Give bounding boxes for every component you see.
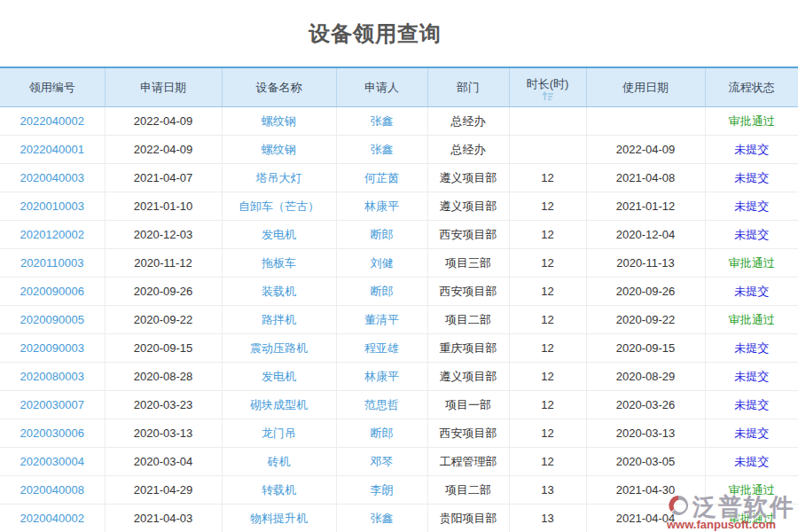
cell-use-date: 2020-09-26: [586, 278, 705, 306]
cell-status[interactable]: 审批通过: [705, 107, 798, 136]
cell-department: 总经办: [427, 107, 509, 136]
cell-apply-date: 2021-01-10: [105, 192, 222, 221]
cell-department: 项目一部: [427, 391, 509, 419]
cell-applicant[interactable]: 张鑫: [336, 107, 427, 136]
cell-requisition-code[interactable]: 2022040001: [0, 136, 105, 164]
column-header-label: 申请日期: [140, 80, 186, 96]
cell-requisition-code[interactable]: 2020010003: [0, 192, 105, 221]
page-title: 设备领用查询: [309, 20, 442, 48]
column-header-label: 设备名称: [256, 80, 302, 96]
cell-use-date: 2020-11-13: [586, 249, 705, 278]
cell-equipment-name[interactable]: 装载机: [222, 278, 336, 306]
cell-requisition-code[interactable]: 2020040008: [0, 476, 105, 505]
cell-applicant[interactable]: 林康平: [336, 363, 427, 391]
title-bar: 设备领用查询: [0, 0, 798, 66]
cell-status[interactable]: 未提交: [705, 363, 798, 391]
cell-equipment-name[interactable]: 自卸车（芒古）: [222, 192, 336, 221]
cell-equipment-name[interactable]: 路拌机: [222, 306, 336, 334]
cell-duration-hours: 12: [509, 363, 586, 391]
cell-duration-hours: 13: [509, 505, 586, 532]
cell-requisition-code[interactable]: 2020040002: [0, 505, 105, 532]
cell-equipment-name[interactable]: 螺纹钢: [222, 136, 336, 164]
cell-status[interactable]: 未提交: [705, 221, 798, 249]
column-header-duration-hours[interactable]: 时长(时): [509, 67, 586, 107]
column-header-label: 使用日期: [622, 80, 669, 96]
cell-use-date: 2020-09-22: [586, 306, 705, 334]
cell-applicant[interactable]: 程亚雄: [336, 334, 427, 363]
cell-use-date: 2021-04-08: [586, 164, 705, 192]
cell-apply-date: 2020-11-12: [105, 249, 222, 278]
cell-requisition-code[interactable]: 2020030007: [0, 391, 105, 419]
cell-equipment-name[interactable]: 砖机: [222, 448, 336, 476]
cell-apply-date: 2020-03-04: [105, 448, 222, 476]
cell-status[interactable]: 审批通过: [705, 306, 798, 334]
cell-requisition-code[interactable]: 2020120002: [0, 221, 105, 249]
cell-applicant[interactable]: 张鑫: [336, 136, 427, 164]
cell-applicant[interactable]: 林康平: [336, 192, 427, 221]
cell-applicant[interactable]: 范思哲: [336, 391, 427, 419]
cell-applicant[interactable]: 断郎: [336, 278, 427, 306]
cell-equipment-name[interactable]: 螺纹钢: [222, 107, 336, 136]
cell-applicant[interactable]: 张鑫: [336, 505, 427, 532]
cell-status[interactable]: 未提交: [705, 136, 798, 164]
cell-status[interactable]: 未提交: [705, 278, 798, 306]
cell-applicant[interactable]: 董清平: [336, 306, 427, 334]
cell-equipment-name[interactable]: 塔吊大灯: [222, 164, 336, 192]
cell-status[interactable]: 未提交: [705, 448, 798, 476]
cell-use-date: 2021-04-30: [586, 476, 705, 505]
cell-apply-date: 2021-04-03: [105, 505, 222, 532]
table-row: 20200300042020-03-04砖机邓琴工程管理部122020-03-0…: [0, 448, 798, 476]
column-header-requisition-code: 领用编号: [0, 67, 105, 107]
cell-applicant[interactable]: 邓琴: [336, 448, 427, 476]
cell-applicant[interactable]: 断郎: [336, 419, 427, 448]
cell-requisition-code[interactable]: 2020030004: [0, 448, 105, 476]
cell-equipment-name[interactable]: 物料提升机: [222, 505, 336, 532]
table-row: 20200100032021-01-10自卸车（芒古）林康平遵义项目部12202…: [0, 192, 798, 221]
cell-status[interactable]: 审批通过: [705, 249, 798, 278]
cell-equipment-name[interactable]: 发电机: [222, 363, 336, 391]
column-header-label: 时长(时): [510, 77, 586, 90]
cell-status[interactable]: 未提交: [705, 419, 798, 448]
cell-department: 总经办: [427, 136, 509, 164]
cell-status[interactable]: 未提交: [705, 164, 798, 192]
cell-requisition-code[interactable]: 2020090003: [0, 334, 105, 363]
column-header-label: 领用编号: [29, 80, 75, 96]
cell-equipment-name[interactable]: 砌块成型机: [222, 391, 336, 419]
cell-equipment-name[interactable]: 转载机: [222, 476, 336, 505]
column-header-label: 流程状态: [729, 80, 775, 96]
column-header-label: 申请人: [364, 80, 399, 96]
equipment-requisition-table: 领用编号申请日期设备名称申请人部门时长(时)使用日期流程状态 202204000…: [0, 66, 798, 532]
cell-duration-hours: [509, 107, 586, 136]
cell-applicant[interactable]: 何芷茵: [336, 164, 427, 192]
cell-equipment-name[interactable]: 拖板车: [222, 249, 336, 278]
cell-department: 贵阳项目部: [427, 505, 509, 532]
table-row: 20200900052020-09-22路拌机董清平项目二部122020-09-…: [0, 306, 798, 334]
column-header-department: 部门: [427, 67, 509, 107]
cell-status[interactable]: 未提交: [705, 391, 798, 419]
cell-requisition-code[interactable]: 2020080003: [0, 363, 105, 391]
cell-requisition-code[interactable]: 2020090006: [0, 278, 105, 306]
cell-duration-hours: 12: [509, 192, 586, 221]
cell-requisition-code[interactable]: 2020040003: [0, 164, 105, 192]
cell-use-date: 2020-03-05: [586, 448, 705, 476]
cell-requisition-code[interactable]: 2022040002: [0, 107, 105, 136]
cell-status[interactable]: 审批通过: [705, 476, 798, 505]
cell-equipment-name[interactable]: 发电机: [222, 221, 336, 249]
cell-requisition-code[interactable]: 2020110003: [0, 249, 105, 278]
cell-equipment-name[interactable]: 龙门吊: [222, 419, 336, 448]
cell-applicant[interactable]: 刘健: [336, 249, 427, 278]
cell-apply-date: 2020-08-28: [105, 363, 222, 391]
cell-status[interactable]: 未提交: [705, 334, 798, 363]
sort-icon[interactable]: [510, 90, 586, 103]
cell-status[interactable]: 审批通过: [705, 505, 798, 532]
cell-status[interactable]: 未提交: [705, 192, 798, 221]
cell-equipment-name[interactable]: 震动压路机: [222, 334, 336, 363]
cell-duration-hours: 12: [509, 448, 586, 476]
cell-requisition-code[interactable]: 2020030006: [0, 419, 105, 448]
cell-apply-date: 2022-04-09: [105, 136, 222, 164]
table-header-row: 领用编号申请日期设备名称申请人部门时长(时)使用日期流程状态: [0, 67, 798, 107]
cell-use-date: 2020-08-29: [586, 363, 705, 391]
cell-requisition-code[interactable]: 2020090005: [0, 306, 105, 334]
cell-applicant[interactable]: 断郎: [336, 221, 427, 249]
cell-applicant[interactable]: 李朗: [336, 476, 427, 505]
